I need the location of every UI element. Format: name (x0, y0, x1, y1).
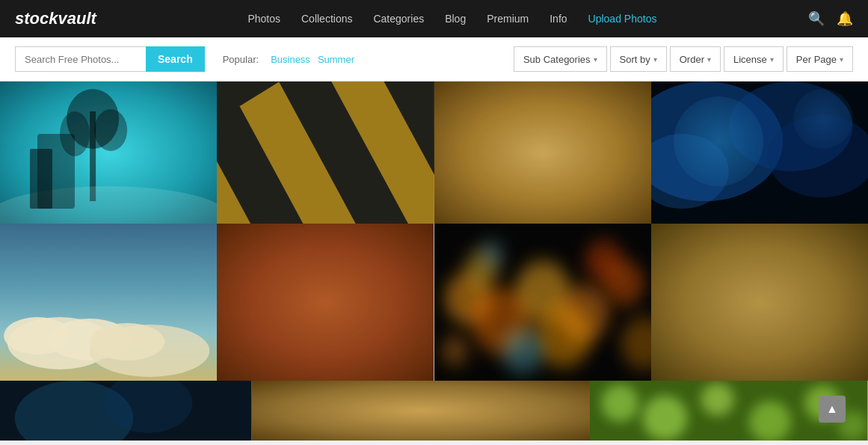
photo-grid-row1 (0, 82, 868, 224)
tag-summer[interactable]: Summer (318, 54, 354, 65)
search-button[interactable]: Search (146, 46, 205, 72)
nav-upload[interactable]: Upload Photos (588, 13, 657, 25)
photo-cell[interactable] (217, 82, 434, 224)
svg-point-49 (701, 383, 734, 416)
photo-thumbnail (651, 224, 868, 381)
nav-premium[interactable]: Premium (487, 13, 529, 25)
photo-cell[interactable] (0, 381, 252, 441)
nav-blog[interactable]: Blog (445, 13, 466, 25)
svg-rect-11 (217, 82, 434, 224)
photo-grid-row2 (0, 224, 868, 381)
svg-point-36 (585, 240, 623, 282)
nav-photos[interactable]: Photos (247, 13, 280, 25)
photo-thumbnail (434, 224, 651, 381)
photo-cell[interactable] (651, 224, 868, 381)
photo-cell[interactable] (0, 82, 217, 224)
license-filter[interactable]: License ▾ (724, 46, 784, 72)
logo[interactable]: stockvault (15, 9, 96, 28)
search-input-wrap: Search (15, 46, 205, 72)
search-input[interactable] (15, 46, 146, 72)
svg-point-24 (90, 323, 164, 360)
chevron-down-icon: ▾ (653, 55, 657, 64)
chevron-down-icon: ▾ (840, 55, 843, 64)
nav-icon-group: 🔍 🔔 (808, 10, 853, 27)
photo-thumbnail (651, 82, 868, 224)
filter-controls: Sub Categories ▾ Sort by ▾ Order ▾ Licen… (514, 46, 853, 72)
photo-cell[interactable] (434, 224, 651, 381)
photo-grid-row3 (0, 381, 868, 441)
photo-cell[interactable] (217, 224, 434, 381)
tag-business[interactable]: Business (271, 54, 310, 65)
photo-thumbnail (217, 82, 434, 224)
search-icon[interactable]: 🔍 (808, 10, 825, 27)
popular-tags: Business Summer (271, 54, 354, 65)
svg-point-34 (535, 304, 591, 367)
svg-point-3 (60, 111, 90, 156)
order-filter[interactable]: Order ▾ (670, 46, 721, 72)
svg-rect-26 (217, 224, 434, 381)
chevron-down-icon: ▾ (594, 55, 597, 64)
photo-cell[interactable] (651, 82, 868, 224)
per-page-filter[interactable]: Per Page ▾ (787, 46, 853, 72)
nav-info[interactable]: Info (550, 13, 567, 25)
svg-rect-13 (434, 82, 651, 224)
svg-point-35 (502, 328, 542, 373)
nav-collections[interactable]: Collections (301, 13, 352, 25)
photo-thumbnail (0, 224, 217, 381)
photo-thumbnail (217, 224, 434, 381)
notification-icon[interactable]: 🔔 (837, 10, 853, 27)
search-bar: Search Popular: Business Summer Sub Cate… (0, 37, 868, 82)
photo-cell[interactable] (0, 224, 217, 381)
svg-point-48 (643, 396, 688, 441)
sub-categories-filter[interactable]: Sub Categories ▾ (514, 46, 607, 72)
photo-thumbnail (0, 381, 252, 441)
svg-point-38 (441, 336, 468, 366)
svg-point-47 (602, 384, 639, 422)
chevron-down-icon: ▾ (770, 55, 774, 64)
svg-point-4 (94, 109, 127, 151)
top-navigation: stockvault Photos Collections Categories… (0, 0, 868, 37)
photo-thumbnail (434, 82, 651, 224)
svg-point-39 (479, 240, 504, 267)
photo-thumbnail (252, 381, 591, 441)
photo-thumbnail (0, 82, 217, 224)
photo-cell[interactable] (252, 381, 591, 441)
scroll-to-top-button[interactable]: ▲ (819, 396, 846, 423)
photo-cell[interactable] (434, 82, 651, 224)
nav-links: Photos Collections Categories Blog Premi… (247, 12, 656, 25)
svg-rect-45 (252, 381, 591, 441)
nav-categories[interactable]: Categories (373, 13, 424, 25)
popular-label: Popular: (223, 54, 259, 65)
sort-by-filter[interactable]: Sort by ▾ (610, 46, 667, 72)
svg-rect-41 (651, 224, 868, 381)
chevron-down-icon: ▾ (707, 55, 711, 64)
